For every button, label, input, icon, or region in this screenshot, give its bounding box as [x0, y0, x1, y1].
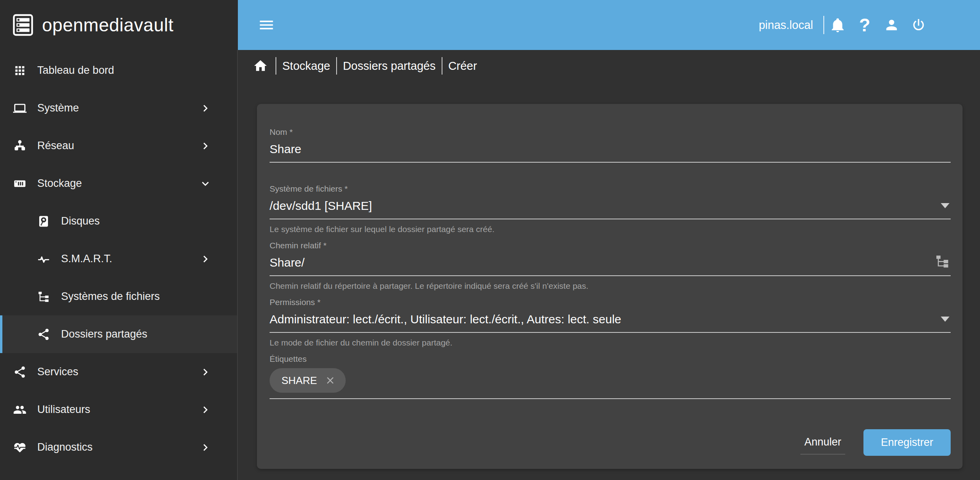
permissions-field: Permissions *Administrateur: lect./écrit…	[270, 297, 951, 348]
breadcrumb-item-dossiers-partages[interactable]: Dossiers partagés	[343, 60, 436, 73]
chevron-right-icon	[197, 100, 213, 116]
dropdown-arrow-icon	[941, 203, 949, 208]
chevron-right-icon	[197, 402, 213, 418]
permissions-select[interactable]: Administrateur: lect./écrit., Utilisateu…	[270, 311, 951, 333]
name-field: Nom *Share	[270, 127, 951, 163]
sidebar-item-systeme[interactable]: Système	[0, 89, 237, 127]
chip-remove-icon[interactable]	[324, 374, 336, 386]
laptop-icon	[12, 100, 28, 116]
filesystem-select[interactable]: /dev/sdd1 [SHARE]	[270, 198, 951, 219]
dropdown-arrow-icon	[941, 317, 949, 322]
nas-icon	[12, 176, 28, 192]
dashboard-icon	[12, 63, 28, 79]
share-icon	[36, 326, 52, 342]
sidebar-item-label: S.M.A.R.T.	[61, 253, 112, 265]
tag-chip[interactable]: SHARE	[270, 368, 346, 393]
cancel-button[interactable]: Annuler	[800, 430, 845, 455]
field-value: Administrateur: lect./écrit., Utilisateu…	[270, 313, 621, 326]
field-label: Étiquettes	[270, 354, 951, 364]
field-label: Permissions *	[270, 297, 951, 307]
harddisk-icon	[36, 213, 52, 229]
topbar-right: pinas.local ?	[759, 12, 980, 38]
breadcrumb-item-stockage[interactable]: Stockage	[282, 60, 330, 73]
field-hint: Chemin relatif du répertoire à partager.…	[270, 281, 951, 291]
chevron-right-icon	[197, 138, 213, 154]
name-input[interactable]: Share	[270, 141, 951, 163]
filesystem-field: Système de fichiers */dev/sdd1 [SHARE]Le…	[270, 184, 951, 234]
sidebar-item-label: Tableau de bord	[37, 64, 114, 77]
hostname: pinas.local	[759, 19, 813, 32]
user-icon[interactable]	[878, 12, 905, 38]
field-hint: Le système de fichier sur lequel le doss…	[270, 224, 951, 234]
breadcrumb-separator	[276, 57, 276, 75]
sidebar-item-tableau-de-bord[interactable]: Tableau de bord	[0, 52, 237, 89]
sidebar-item-systemes-de-fichiers[interactable]: Systèmes de fichiers	[0, 278, 237, 315]
relative-path-field: Chemin relatif *Share/Chemin relatif du …	[270, 240, 951, 291]
sidebar-item-s-m-a-r-t[interactable]: S.M.A.R.T.	[0, 240, 237, 278]
breadcrumb-separator	[442, 57, 442, 75]
sidebar-item-label: Réseau	[37, 140, 74, 152]
sidebar-item-label: Dossiers partagés	[61, 328, 147, 340]
field-label: Chemin relatif *	[270, 240, 951, 251]
form-card: Nom *ShareSystème de fichiers */dev/sdd1…	[257, 104, 963, 469]
chevron-right-icon	[197, 364, 213, 380]
save-button[interactable]: Enregistrer	[863, 429, 951, 456]
chevron-down-icon	[197, 176, 213, 192]
power-icon[interactable]	[905, 12, 932, 38]
sidebar-item-label: Utilisateurs	[37, 403, 90, 416]
sidebar-item-reseau[interactable]: Réseau	[0, 127, 237, 165]
sidebar-item-label: Système	[37, 102, 79, 114]
sidebar-item-label: Systèmes de fichiers	[61, 290, 160, 303]
openmediavault-logo-icon	[13, 14, 33, 36]
sidebar-item-label: Diagnostics	[37, 441, 93, 453]
field-hint: Le mode de fichier du chemin de dossier …	[270, 338, 951, 348]
notifications-bell-icon[interactable]	[824, 12, 851, 38]
folder-browser-icon[interactable]	[935, 254, 950, 269]
heart-pulse-icon	[12, 440, 28, 455]
sidebar-item-disques[interactable]: Disques	[0, 202, 237, 240]
menu-icon[interactable]	[253, 12, 280, 38]
sidebar-item-services[interactable]: Services	[0, 353, 237, 391]
tag-chip-label: SHARE	[281, 374, 317, 387]
sidebar-item-dossiers-partages[interactable]: Dossiers partagés	[0, 315, 237, 353]
home-icon[interactable]	[251, 57, 270, 75]
tags-field: ÉtiquettesSHARE	[270, 354, 951, 399]
chevron-right-icon	[197, 440, 213, 455]
share-icon	[12, 364, 28, 380]
sidebar-item-label: Disques	[61, 215, 100, 227]
topbar: pinas.local ?	[238, 0, 980, 50]
users-icon	[12, 402, 28, 418]
form-fields: Nom *ShareSystème de fichiers */dev/sdd1…	[270, 127, 951, 399]
relative-path-input[interactable]: Share/	[270, 255, 951, 276]
sidebar-item-diagnostics[interactable]: Diagnostics	[0, 428, 237, 466]
pulse-icon	[36, 251, 52, 267]
brand: openmediavault	[0, 0, 238, 50]
sidebar-item-label: Services	[37, 366, 78, 378]
field-value: /dev/sdd1 [SHARE]	[270, 199, 372, 212]
field-value: Share	[270, 142, 301, 156]
sidebar-item-utilisateurs[interactable]: Utilisateurs	[0, 391, 237, 428]
breadcrumb-item-creer[interactable]: Créer	[448, 60, 477, 73]
breadcrumb-separator	[336, 57, 337, 75]
sidebar-item-label: Stockage	[37, 177, 82, 190]
network-icon	[12, 138, 28, 154]
brand-title: openmediavault	[42, 14, 174, 36]
field-value: Share/	[270, 256, 304, 269]
sidebar-nav: Tableau de bordSystèmeRéseauStockageDisq…	[0, 50, 238, 480]
file-tree-icon	[36, 289, 52, 305]
field-label: Système de fichiers *	[270, 184, 951, 194]
chevron-right-icon	[197, 251, 213, 267]
form-actions: Annuler Enregistrer	[800, 429, 951, 456]
breadcrumb: StockageDossiers partagésCréer	[238, 50, 980, 82]
help-icon[interactable]: ?	[851, 12, 878, 38]
sidebar-item-stockage[interactable]: Stockage	[0, 165, 237, 202]
field-label: Nom *	[270, 127, 951, 137]
tags-input[interactable]: SHARE	[270, 368, 951, 399]
